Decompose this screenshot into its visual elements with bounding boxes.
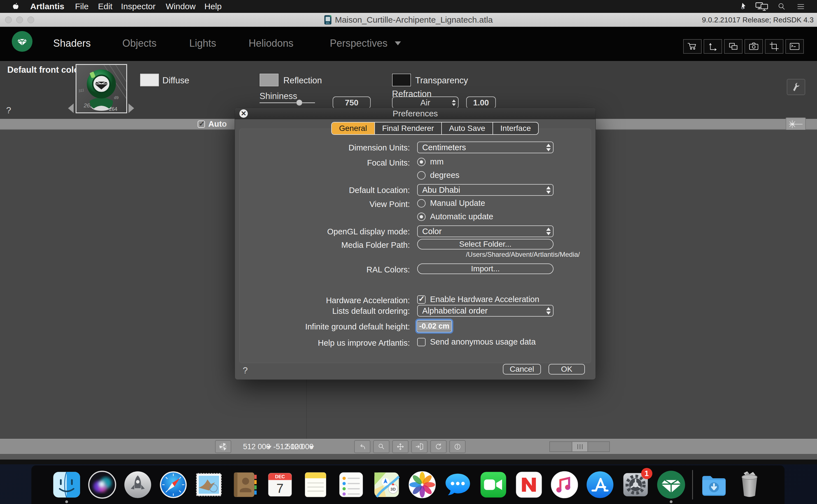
dock-item-siri[interactable] <box>88 470 117 499</box>
pan-tool-button[interactable] <box>392 440 408 453</box>
reflection-color-swatch[interactable] <box>260 74 279 86</box>
tab-final-renderer[interactable]: Final Renderer <box>374 123 441 134</box>
stepper-icon[interactable] <box>546 142 551 153</box>
tab-perspectives[interactable]: Perspectives <box>330 37 401 49</box>
dock-item-messages[interactable] <box>443 470 472 499</box>
refraction-index-field[interactable]: 1.00 <box>466 96 496 109</box>
transparency-color-swatch[interactable] <box>392 74 411 86</box>
checkbox-usage-data-icon[interactable] <box>417 338 426 346</box>
shader-tools-button[interactable] <box>787 79 805 95</box>
stepper-icon[interactable] <box>546 185 551 195</box>
shininess-slider-knob[interactable] <box>296 100 302 106</box>
view-manual-option[interactable]: Manual Update <box>417 199 485 208</box>
close-icon[interactable]: ✕ <box>240 109 248 118</box>
apple-menu-icon[interactable] <box>11 2 20 11</box>
pointer-tracker-icon[interactable] <box>739 2 749 11</box>
render-aperture-button[interactable] <box>215 440 231 453</box>
zoom-tool-button[interactable] <box>373 440 389 453</box>
tab-general[interactable]: General <box>332 123 374 134</box>
dock-item-trash[interactable] <box>735 470 764 499</box>
menu-list-icon[interactable] <box>796 2 805 11</box>
menu-inspector[interactable]: Inspector <box>121 0 155 13</box>
walkthrough-button[interactable] <box>411 440 428 453</box>
radio-automatic-icon[interactable] <box>417 213 426 221</box>
lists-ordering-dropdown[interactable]: Alphabetical order <box>417 305 553 317</box>
dock-item-artlantis[interactable] <box>657 470 686 499</box>
default-location-dropdown[interactable]: Abu Dhabi <box>417 184 553 196</box>
dock-item-system-preferences[interactable]: 1 <box>621 470 650 499</box>
dimension-units-dropdown[interactable]: Centimeters <box>417 142 553 153</box>
dock-item-calendar[interactable]: DEC7 <box>266 470 295 499</box>
view-automatic-option[interactable]: Automatic update <box>417 212 493 221</box>
radio-manual-icon[interactable] <box>417 199 426 208</box>
dialog-help-button[interactable]: ? <box>243 365 248 376</box>
dock-item-photos[interactable] <box>408 470 437 499</box>
dock-item-maps[interactable]: 3D <box>372 470 401 499</box>
displays-icon[interactable] <box>755 2 769 11</box>
dock-item-itunes[interactable] <box>550 470 579 499</box>
menu-window[interactable]: Window <box>166 0 196 13</box>
tab-objects[interactable]: Objects <box>122 37 156 49</box>
stepper-icon[interactable] <box>546 305 551 316</box>
dialog-title-bar[interactable]: Preferences ✕ <box>235 108 595 119</box>
ground-height-field[interactable]: -0.02 cm <box>417 320 452 332</box>
shader-help-button[interactable]: ? <box>6 105 11 116</box>
dock-item-news[interactable] <box>514 470 543 499</box>
tab-heliodons[interactable]: Heliodons <box>249 37 294 49</box>
coordinate-dropdown-icon[interactable] <box>309 446 314 449</box>
send-usage-data-option[interactable]: Send anonymous usage data <box>417 337 536 347</box>
opengl-mode-dropdown[interactable]: Color <box>417 225 553 237</box>
console-button[interactable] <box>785 39 804 54</box>
select-folder-button[interactable]: Select Folder... <box>417 239 553 249</box>
stepper-icon[interactable] <box>452 97 456 108</box>
dock-item-notes[interactable] <box>301 470 330 499</box>
menu-file[interactable]: File <box>75 0 88 13</box>
preview-render-button[interactable] <box>786 117 806 131</box>
dock-item-contacts[interactable] <box>230 470 259 499</box>
undo-button[interactable] <box>354 440 370 453</box>
horizontal-scrollbar[interactable] <box>549 441 610 452</box>
menu-app-name[interactable]: Artlantis <box>30 0 64 13</box>
auto-checkbox[interactable] <box>198 121 205 128</box>
dock-item-reminders[interactable] <box>337 470 366 499</box>
tab-interface[interactable]: Interface <box>492 123 538 134</box>
scrollbar-grip[interactable] <box>572 441 588 452</box>
dock-item-downloads[interactable] <box>700 470 729 499</box>
focal-mm-option[interactable]: mm <box>417 157 443 166</box>
dock-item-app-store[interactable] <box>585 470 615 499</box>
tab-shaders[interactable]: Shaders <box>53 37 91 49</box>
coordinate-dropdown-icon[interactable] <box>267 446 272 449</box>
stepper-icon[interactable] <box>546 226 551 237</box>
info-button[interactable] <box>449 440 466 453</box>
tab-lights[interactable]: Lights <box>189 37 216 49</box>
radio-mm-icon[interactable] <box>417 158 426 166</box>
dock-item-safari[interactable] <box>159 470 188 499</box>
dock-item-finder[interactable] <box>52 470 81 499</box>
refresh-view-button[interactable] <box>430 440 447 453</box>
shininess-value-field[interactable]: 750 <box>333 96 371 109</box>
next-shader-arrow[interactable] <box>128 103 134 113</box>
menu-edit[interactable]: Edit <box>98 0 112 13</box>
shininess-slider[interactable] <box>260 102 315 103</box>
hardware-acceleration-option[interactable]: Enable Hardware Acceleration <box>417 295 539 304</box>
coordinates-button[interactable] <box>704 39 722 54</box>
radio-degrees-icon[interactable] <box>417 171 426 180</box>
crop-view-button[interactable] <box>765 39 783 54</box>
dock-item-launchpad[interactable] <box>123 470 152 499</box>
import-ral-button[interactable]: Import... <box>417 263 553 274</box>
checkbox-hardware-icon[interactable] <box>417 295 426 304</box>
diffuse-color-swatch[interactable] <box>140 74 159 86</box>
previous-shader-arrow[interactable] <box>68 103 74 113</box>
store-cart-button[interactable] <box>683 39 702 54</box>
cancel-button[interactable]: Cancel <box>503 364 541 375</box>
ok-button[interactable]: OK <box>548 364 585 375</box>
dock-item-mail[interactable] <box>194 470 224 499</box>
render-snapshot-button[interactable] <box>745 39 763 54</box>
refraction-medium-dropdown[interactable]: Air <box>392 96 459 109</box>
dock-item-facetime[interactable] <box>479 470 508 499</box>
focal-degrees-option[interactable]: degrees <box>417 171 459 180</box>
search-icon[interactable] <box>777 2 786 11</box>
menu-help[interactable]: Help <box>205 0 222 13</box>
shader-preview-image[interactable]: 311 262 264 d9 <box>76 64 127 113</box>
tab-auto-save[interactable]: Auto Save <box>441 123 492 134</box>
